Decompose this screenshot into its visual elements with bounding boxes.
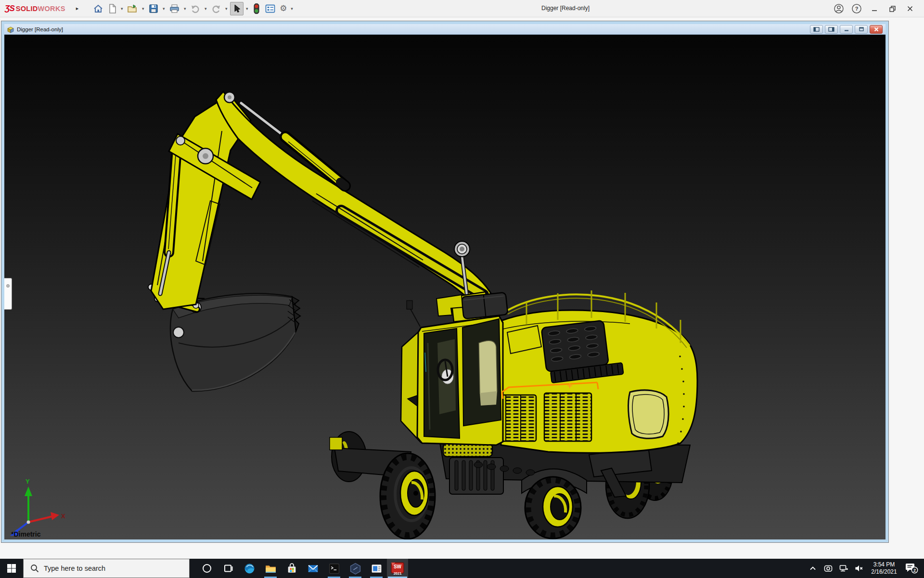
restore-button[interactable] bbox=[885, 2, 899, 15]
new-document-icon bbox=[107, 3, 117, 14]
taskbar-app-edge[interactable] bbox=[239, 559, 260, 578]
start-button[interactable] bbox=[0, 559, 23, 578]
quick-access-toolbar: ▾ ▾ ▾ ▾ ▾ bbox=[91, 2, 295, 15]
undo-dropdown[interactable]: ▾ bbox=[203, 6, 208, 11]
save-icon bbox=[148, 3, 159, 14]
document-title: Digger [Read-only] bbox=[17, 26, 63, 32]
minimize-button[interactable] bbox=[867, 2, 882, 15]
print-dropdown[interactable]: ▾ bbox=[182, 6, 187, 11]
roof-hatch bbox=[462, 292, 508, 319]
mail-icon bbox=[307, 563, 319, 575]
task-pane-button[interactable] bbox=[263, 2, 277, 15]
seat bbox=[479, 341, 497, 395]
help-button[interactable]: ? bbox=[849, 2, 864, 15]
feature-panel-collapsed-tab[interactable] bbox=[4, 278, 12, 310]
save-dropdown[interactable]: ▾ bbox=[161, 6, 166, 11]
close-icon bbox=[907, 5, 913, 12]
brand-solid: SOLID bbox=[16, 5, 38, 13]
triad-y-label: Y bbox=[26, 478, 30, 485]
search-input[interactable] bbox=[44, 565, 169, 572]
home-icon bbox=[93, 3, 103, 14]
tray-volume-button[interactable] bbox=[853, 559, 865, 578]
search-icon bbox=[30, 564, 39, 573]
taskbar-search[interactable] bbox=[23, 559, 190, 578]
taskbar-app-window[interactable] bbox=[366, 559, 387, 578]
tray-chevron-button[interactable] bbox=[807, 559, 819, 578]
chevron-up-icon bbox=[808, 564, 817, 573]
network-icon bbox=[839, 564, 848, 573]
doc-close-icon bbox=[873, 27, 879, 32]
open-button[interactable] bbox=[126, 2, 140, 15]
restore-icon bbox=[889, 5, 896, 13]
doc-restore-icon bbox=[859, 26, 864, 32]
volume-muted-icon bbox=[854, 564, 864, 573]
action-center-button[interactable]: 2 bbox=[903, 559, 920, 578]
clock-time: 3:54 PM bbox=[868, 561, 900, 568]
menu-flyout-arrow[interactable]: ▸ bbox=[76, 5, 79, 12]
doc-restore-button[interactable] bbox=[855, 25, 868, 34]
tray-network-button[interactable] bbox=[837, 559, 850, 578]
wheel-mid[interactable] bbox=[525, 477, 581, 539]
select-cursor-icon bbox=[232, 3, 242, 14]
tray-meet-now-button[interactable] bbox=[822, 559, 834, 578]
taskbar-app-file-explorer[interactable] bbox=[260, 559, 281, 578]
redo-icon bbox=[211, 3, 221, 14]
grille-right bbox=[544, 393, 591, 441]
meet-now-icon bbox=[823, 564, 833, 573]
cortana-button[interactable] bbox=[196, 559, 218, 578]
select-dropdown[interactable]: ▾ bbox=[244, 6, 249, 11]
command-prompt-icon bbox=[328, 563, 340, 575]
select-button[interactable] bbox=[230, 2, 244, 15]
doc-close-button[interactable] bbox=[870, 25, 883, 34]
gear-icon: ⚙ bbox=[280, 4, 287, 13]
redo-button[interactable] bbox=[209, 2, 223, 15]
rear-window bbox=[629, 390, 669, 438]
undo-button[interactable] bbox=[189, 2, 202, 15]
new-document-button[interactable] bbox=[106, 2, 118, 15]
open-dropdown[interactable]: ▾ bbox=[141, 6, 145, 11]
solidworks-logo-mark: ƷS bbox=[5, 4, 14, 13]
document-title-bar[interactable]: Digger [Read-only] bbox=[4, 24, 886, 35]
home-button[interactable] bbox=[91, 2, 105, 15]
account-button[interactable] bbox=[832, 2, 846, 15]
notification-badge: 2 bbox=[913, 568, 916, 573]
redo-dropdown[interactable]: ▾ bbox=[224, 6, 229, 11]
svg-text:SW: SW bbox=[394, 564, 402, 569]
split-pane-right-button[interactable] bbox=[825, 25, 838, 34]
clock-date: 2/16/2021 bbox=[868, 568, 900, 576]
main-boom bbox=[216, 92, 498, 323]
mirror bbox=[407, 301, 412, 309]
doc-minimize-button[interactable] bbox=[840, 25, 853, 34]
graphics-viewport[interactable]: Y X *Dimetric bbox=[4, 35, 886, 539]
display-lights-button[interactable] bbox=[251, 2, 262, 15]
task-view-button[interactable] bbox=[218, 559, 239, 578]
notification-icon: 2 bbox=[905, 562, 918, 575]
print-icon bbox=[169, 3, 180, 14]
windows-logo-icon bbox=[7, 564, 16, 573]
triad-x-label: X bbox=[61, 512, 65, 520]
account-icon bbox=[834, 3, 844, 14]
store-icon bbox=[286, 563, 298, 575]
taskbar-app-command-prompt[interactable] bbox=[323, 559, 345, 578]
solidworks-2021-icon: SW 2021 bbox=[391, 562, 404, 575]
options-button[interactable]: ⚙ bbox=[278, 2, 288, 15]
task-pane-icon bbox=[265, 3, 276, 14]
save-button[interactable] bbox=[147, 2, 160, 15]
svg-text:2021: 2021 bbox=[394, 571, 402, 575]
split-pane-left-button[interactable] bbox=[810, 25, 823, 34]
wheel-rear-left[interactable] bbox=[380, 453, 435, 539]
taskbar-app-hexagon[interactable] bbox=[345, 559, 366, 578]
close-button[interactable] bbox=[903, 2, 917, 15]
excavator-model[interactable]: Y X *Dimetric bbox=[4, 35, 886, 539]
taskbar-app-mail[interactable] bbox=[302, 559, 323, 578]
new-document-dropdown[interactable]: ▾ bbox=[119, 6, 124, 11]
taskbar-clock[interactable]: 3:54 PM 2/16/2021 bbox=[868, 561, 900, 576]
options-dropdown[interactable]: ▾ bbox=[289, 6, 294, 11]
taskbar-app-solidworks[interactable]: SW 2021 bbox=[387, 559, 408, 578]
print-button[interactable] bbox=[167, 2, 181, 15]
solidworks-logo: ƷS SOLID WORKS bbox=[5, 4, 65, 13]
taskbar-app-store[interactable] bbox=[281, 559, 302, 578]
doc-minimize-icon bbox=[844, 27, 849, 32]
undo-icon bbox=[190, 3, 201, 14]
window-app-icon bbox=[371, 563, 383, 575]
